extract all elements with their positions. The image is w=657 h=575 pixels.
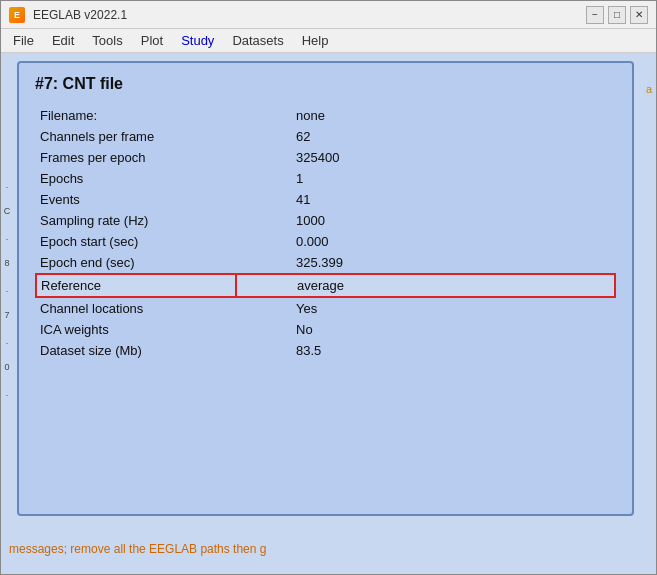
table-row: Filename:none [36,105,615,126]
table-row: Epoch start (sec)0.000 [36,231,615,252]
left-sidebar: . C . 8 . 7 . 0 . [1,53,13,524]
row-label: Epoch start (sec) [36,231,236,252]
row-label: Epochs [36,168,236,189]
row-label: Events [36,189,236,210]
menu-item-plot[interactable]: Plot [133,31,171,50]
row-label: ICA weights [36,319,236,340]
row-label: Channels per frame [36,126,236,147]
menu-item-file[interactable]: File [5,31,42,50]
table-row: Frames per epoch325400 [36,147,615,168]
row-value: 0.000 [236,231,615,252]
right-sidebar-label: a [646,83,652,95]
bottom-area: messages; remove all the EEGLAB paths th… [1,524,656,574]
table-row: Referenceaverage [36,274,615,297]
table-row: Events41 [36,189,615,210]
row-value: No [236,319,615,340]
title-bar: E EEGLAB v2022.1 − □ ✕ [1,1,656,29]
row-value: 62 [236,126,615,147]
table-row: Dataset size (Mb)83.5 [36,340,615,361]
bottom-text: messages; remove all the EEGLAB paths th… [9,542,266,556]
info-table: Filename:noneChannels per frame62Frames … [35,105,616,361]
row-label: Filename: [36,105,236,126]
main-window: E EEGLAB v2022.1 − □ ✕ FileEditToolsPlot… [0,0,657,575]
menu-item-help[interactable]: Help [294,31,337,50]
info-box: #7: CNT file Filename:noneChannels per f… [17,61,634,516]
table-row: Channels per frame62 [36,126,615,147]
window-controls: − □ ✕ [586,6,648,24]
row-value: 325.399 [236,252,615,274]
table-row: Epochs1 [36,168,615,189]
menu-bar: FileEditToolsPlotStudyDatasetsHelp [1,29,656,53]
table-row: Epoch end (sec)325.399 [36,252,615,274]
row-value: 83.5 [236,340,615,361]
row-label: Dataset size (Mb) [36,340,236,361]
main-panel: #7: CNT file Filename:noneChannels per f… [13,53,642,524]
minimize-button[interactable]: − [586,6,604,24]
app-icon: E [9,7,25,23]
info-box-title: #7: CNT file [35,75,616,93]
table-row: Sampling rate (Hz)1000 [36,210,615,231]
row-value: average [236,274,615,297]
row-label: Epoch end (sec) [36,252,236,274]
row-label: Channel locations [36,297,236,319]
right-sidebar: a [642,53,656,524]
row-value: none [236,105,615,126]
table-row: ICA weightsNo [36,319,615,340]
row-label: Reference [36,274,236,297]
row-value: 325400 [236,147,615,168]
row-value: 1000 [236,210,615,231]
menu-item-study[interactable]: Study [173,31,222,50]
menu-item-edit[interactable]: Edit [44,31,82,50]
table-row: Channel locationsYes [36,297,615,319]
menu-item-tools[interactable]: Tools [84,31,130,50]
menu-item-datasets[interactable]: Datasets [224,31,291,50]
row-value: 41 [236,189,615,210]
row-value: 1 [236,168,615,189]
row-label: Frames per epoch [36,147,236,168]
close-button[interactable]: ✕ [630,6,648,24]
row-label: Sampling rate (Hz) [36,210,236,231]
app-title: EEGLAB v2022.1 [33,8,578,22]
content-area: . C . 8 . 7 . 0 . #7: CNT file Filename:… [1,53,656,524]
row-value: Yes [236,297,615,319]
maximize-button[interactable]: □ [608,6,626,24]
